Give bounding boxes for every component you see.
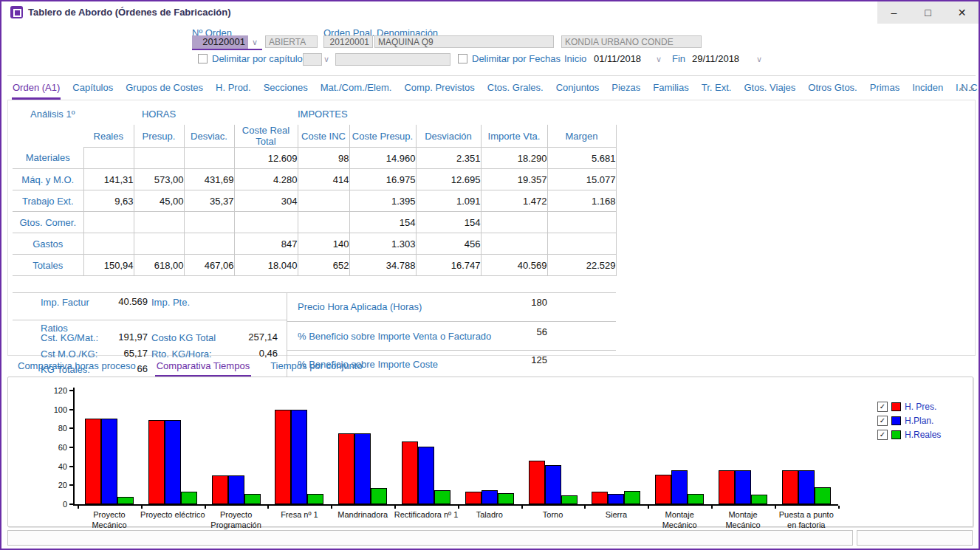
bar-h-reales bbox=[117, 497, 134, 504]
bar-h-reales bbox=[371, 488, 387, 504]
cell-value: 1.303 bbox=[349, 233, 416, 255]
tab-mat-com-elem-[interactable]: Mat./Com./Elem. bbox=[320, 80, 393, 100]
cell-value: 652 bbox=[298, 255, 349, 276]
x-axis-category-label: Puesta a punto en factoria bbox=[774, 510, 839, 531]
subtab-comparativa-horas-proceso[interactable]: Comparativa horas proceso bbox=[16, 359, 137, 377]
bar-h-reales bbox=[751, 495, 767, 504]
tab-familias[interactable]: Familias bbox=[652, 80, 689, 100]
orden-ppal-field: 20120001 bbox=[323, 35, 373, 48]
tab-inciden[interactable]: Inciden bbox=[911, 80, 944, 100]
row-label: Trabajo Ext. bbox=[13, 190, 83, 212]
bar-h-reales bbox=[498, 493, 514, 504]
x-axis-category-label: Taladro bbox=[457, 510, 522, 520]
rto-kg-hora-value: 0,46 bbox=[211, 348, 278, 359]
bar-h-plan- bbox=[101, 419, 117, 504]
bar-h-plan- bbox=[291, 410, 307, 504]
tab-grupos-de-costes[interactable]: Grupos de Costes bbox=[125, 80, 204, 100]
cell-value: 18.290 bbox=[481, 148, 547, 169]
cell-value: 467,06 bbox=[184, 255, 234, 276]
x-axis-tick-mark bbox=[775, 506, 776, 509]
table-row: Trabajo Ext.9,6345,0035,373041.3951.0911… bbox=[13, 190, 616, 212]
legend-label: H.Plan. bbox=[905, 416, 933, 426]
legend-checkbox-h-pres-[interactable]: ✓ bbox=[877, 402, 888, 412]
delimitar-capitulo-label: Delimitar por capítulo bbox=[212, 53, 303, 64]
status-bar-right bbox=[857, 530, 973, 546]
bar-h-pres- bbox=[212, 475, 228, 504]
no-orden-combo[interactable]: 20120001 bbox=[192, 35, 248, 49]
tab-ctos-grales-[interactable]: Ctos. Grales. bbox=[487, 80, 544, 100]
bar-h-reales bbox=[434, 490, 450, 504]
cell-value: 12.695 bbox=[416, 169, 481, 190]
cell-value: 16.747 bbox=[416, 255, 481, 276]
tab-otros-gtos-[interactable]: Otros Gtos. bbox=[807, 80, 857, 100]
fin-date-field[interactable]: 29/11/2018 bbox=[692, 53, 739, 64]
tab-primas[interactable]: Primas bbox=[869, 80, 900, 100]
subtab-tiempos-por-conjunto[interactable]: Tiempos por conjunto bbox=[269, 359, 364, 377]
tabs-scroll-left[interactable]: < bbox=[959, 84, 964, 93]
close-button[interactable]: ✕ bbox=[945, 1, 979, 24]
cell-value: 22.529 bbox=[547, 255, 616, 276]
y-axis-tick-label: 0 bbox=[42, 500, 67, 509]
tab-conjuntos[interactable]: Conjuntos bbox=[555, 80, 600, 100]
column-header: Coste INC bbox=[298, 125, 349, 148]
cell-value bbox=[481, 212, 547, 233]
cell-value bbox=[83, 233, 134, 255]
bar-h-plan- bbox=[545, 465, 561, 504]
cell-value: 141,31 bbox=[83, 169, 134, 190]
bar-h-pres- bbox=[148, 420, 165, 504]
status-bar-left bbox=[7, 530, 853, 546]
cell-value bbox=[298, 190, 349, 212]
no-orden-chevron-icon[interactable]: ∨ bbox=[248, 35, 261, 49]
delimitar-capitulo-checkbox[interactable] bbox=[198, 54, 208, 63]
column-header: Desviación bbox=[416, 125, 481, 148]
bar-h-plan- bbox=[735, 470, 751, 504]
inicio-date-field[interactable]: 01/11/2018 bbox=[594, 53, 641, 64]
legend-label: H.Reales bbox=[905, 430, 941, 440]
chart-legend: ✓H. Pres.✓H.Plan.✓H.Reales bbox=[877, 399, 941, 441]
minimize-button[interactable]: – bbox=[877, 1, 911, 24]
beneficio-venta-value: 56 bbox=[481, 326, 547, 337]
capitulo-combo[interactable] bbox=[303, 53, 322, 66]
beneficio-venta-label: % Beneficio sobre Importe Venta o Factur… bbox=[298, 331, 491, 342]
y-axis-line bbox=[73, 388, 75, 506]
fin-chevron-icon[interactable]: ∨ bbox=[756, 53, 762, 65]
group-importes: IMPORTES bbox=[234, 103, 616, 125]
cell-value: 98 bbox=[298, 148, 349, 169]
tab-comp-previstos[interactable]: Comp. Previstos bbox=[403, 80, 475, 100]
bar-h-plan- bbox=[228, 475, 244, 504]
table-row: Máq. y M.O.141,31573,00431,694.28041416.… bbox=[13, 169, 616, 190]
cell-value: 14.960 bbox=[349, 148, 416, 169]
cst-mo-kg-value: 65,17 bbox=[81, 348, 148, 359]
y-axis-tick-label: 20 bbox=[42, 481, 67, 489]
cell-value: 12.609 bbox=[234, 148, 298, 169]
inicio-chevron-icon[interactable]: ∨ bbox=[656, 53, 662, 65]
legend-checkbox-h-reales[interactable]: ✓ bbox=[877, 430, 888, 440]
x-axis-tick-mark bbox=[711, 506, 713, 509]
cell-value: 847 bbox=[234, 233, 298, 255]
tab-piezas[interactable]: Piezas bbox=[611, 80, 641, 100]
tab-tr-ext-[interactable]: Tr. Ext. bbox=[701, 80, 733, 100]
costo-kg-total-label: Costo KG Total bbox=[151, 332, 216, 343]
tab-h-prod-[interactable]: H. Prod. bbox=[215, 80, 252, 100]
tab-gtos-viajes[interactable]: Gtos. Viajes bbox=[743, 80, 796, 100]
legend-row: ✓H.Plan. bbox=[877, 413, 941, 427]
x-axis-tick-mark bbox=[648, 506, 649, 509]
cell-value: 19.357 bbox=[481, 169, 547, 190]
cell-value: 140 bbox=[298, 233, 349, 255]
legend-checkbox-h-plan-[interactable]: ✓ bbox=[877, 416, 888, 426]
cell-value bbox=[83, 148, 134, 169]
bar-h-reales bbox=[561, 495, 578, 504]
tabs-scroll-right[interactable]: > bbox=[970, 84, 974, 93]
delimitar-fechas-checkbox[interactable] bbox=[458, 54, 467, 63]
bar-h-pres- bbox=[465, 492, 482, 504]
cell-value: 4.280 bbox=[234, 169, 298, 190]
maximize-button[interactable]: □ bbox=[911, 1, 945, 24]
tab-orden-a1-[interactable]: Orden (A1) bbox=[12, 80, 61, 100]
tab-secciones[interactable]: Secciones bbox=[263, 80, 309, 100]
capitulo-chevron-icon[interactable]: ∨ bbox=[323, 53, 329, 65]
group-horas: HORAS bbox=[83, 103, 234, 125]
bar-h-pres- bbox=[275, 410, 291, 504]
tab-cap-tulos[interactable]: Capítulos bbox=[72, 80, 114, 100]
subtab-comparativa-tiempos[interactable]: Comparativa Tiempos bbox=[155, 359, 251, 377]
cell-value: 34.788 bbox=[349, 255, 416, 276]
